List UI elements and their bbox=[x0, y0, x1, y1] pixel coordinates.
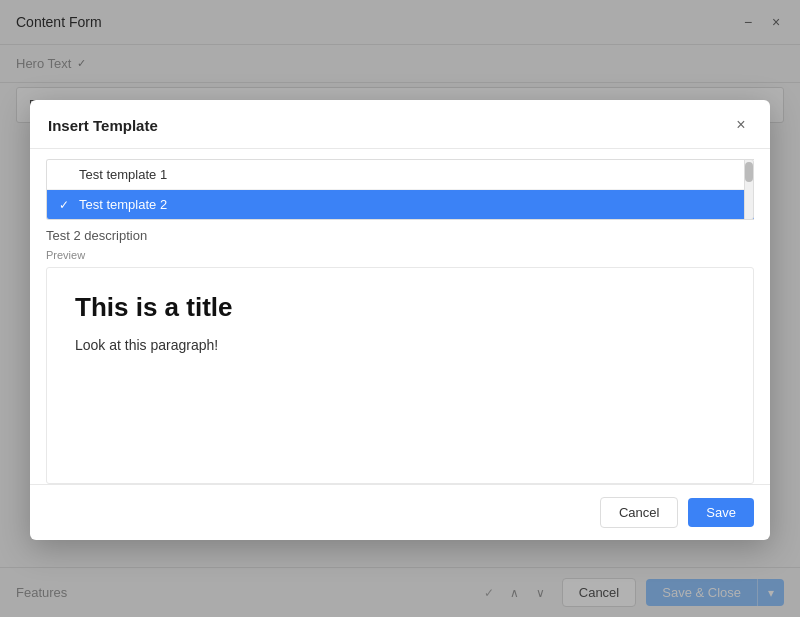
template-2-label: Test template 2 bbox=[79, 197, 167, 212]
scrollbar-track[interactable] bbox=[744, 159, 754, 220]
modal-title: Insert Template bbox=[48, 117, 158, 134]
template-list: Test template 1 ✓ Test template 2 bbox=[46, 159, 754, 220]
preview-area: This is a title Look at this paragraph! bbox=[46, 267, 754, 484]
modal-cancel-button[interactable]: Cancel bbox=[600, 497, 678, 528]
preview-heading: This is a title bbox=[75, 292, 725, 323]
app-window: Content Form − × Hero Text ✓ File Edit V… bbox=[0, 0, 800, 617]
template-item-2[interactable]: ✓ Test template 2 bbox=[47, 190, 754, 219]
preview-label: Preview bbox=[30, 247, 770, 267]
insert-template-modal: Insert Template × Test template 1 ✓ Test… bbox=[30, 100, 770, 540]
template-list-wrapper: Test template 1 ✓ Test template 2 bbox=[46, 159, 754, 220]
modal-footer: Cancel Save bbox=[30, 484, 770, 540]
scrollbar-thumb[interactable] bbox=[745, 162, 753, 182]
template-2-check: ✓ bbox=[59, 198, 73, 212]
modal-overlay: Insert Template × Test template 1 ✓ Test… bbox=[0, 0, 800, 617]
template-1-label: Test template 1 bbox=[79, 167, 167, 182]
preview-paragraph: Look at this paragraph! bbox=[75, 337, 725, 353]
template-item-1[interactable]: Test template 1 bbox=[47, 160, 754, 190]
template-1-check bbox=[59, 168, 73, 182]
modal-save-button[interactable]: Save bbox=[688, 498, 754, 527]
template-description: Test 2 description bbox=[30, 220, 770, 247]
modal-header: Insert Template × bbox=[30, 100, 770, 149]
modal-close-button[interactable]: × bbox=[730, 114, 752, 136]
